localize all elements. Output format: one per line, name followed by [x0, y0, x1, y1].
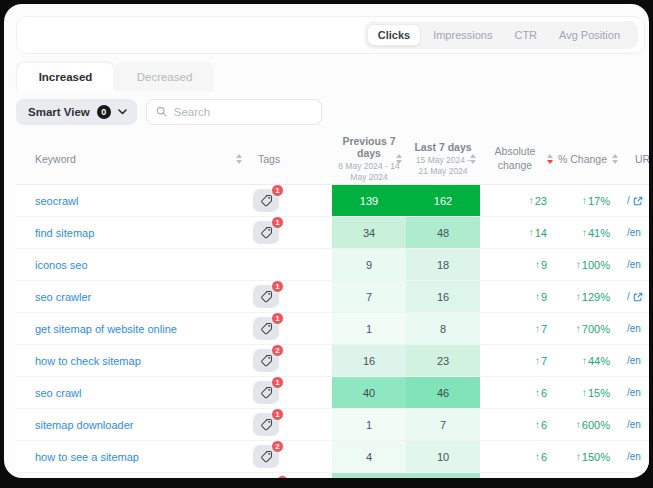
url-link[interactable]: /: [627, 195, 643, 206]
sort-icon-keyword[interactable]: [236, 154, 242, 164]
smart-view-label: Smart View: [28, 106, 90, 118]
tag-count-badge: 1: [271, 184, 284, 197]
tag-count-badge: 1: [271, 312, 284, 325]
prev-clicks-cell: 139: [332, 185, 406, 216]
tag-button[interactable]: 1: [253, 189, 279, 212]
tag-button[interactable]: 1: [253, 317, 279, 340]
sort-icon-last[interactable]: [470, 154, 476, 164]
view-tabs: Increased Decreased: [16, 62, 649, 91]
up-arrow-icon: ↑: [535, 387, 540, 398]
table-row: find sitemap 1 34 48 ↑14 ↑41% /en: [16, 217, 649, 249]
url-link[interactable]: /en: [627, 419, 641, 430]
url-link[interactable]: /en: [627, 227, 641, 238]
search-box: [146, 99, 322, 125]
tag-button[interactable]: 1: [253, 413, 279, 436]
url-link[interactable]: /en: [627, 323, 641, 334]
column-header-url: URL: [622, 133, 649, 184]
chevron-down-icon: [118, 109, 127, 115]
tab-decreased[interactable]: Decreased: [115, 62, 214, 91]
search-icon: [156, 106, 167, 117]
prev-clicks-cell: 9: [332, 249, 406, 280]
sort-icon-previous[interactable]: [396, 154, 402, 164]
keyword-link[interactable]: seo crawler: [35, 291, 91, 303]
search-input[interactable]: [174, 106, 312, 118]
up-arrow-icon: ↑: [535, 259, 540, 270]
tag-count-badge: 1: [271, 408, 284, 421]
smart-view-count-badge: 0: [97, 105, 111, 119]
up-arrow-icon: ↑: [582, 227, 587, 238]
table-row: iconos seo 9 18 ↑9 ↑100% /en: [16, 249, 649, 281]
keyword-link[interactable]: iconos seo: [35, 259, 88, 271]
keyword-link[interactable]: how to check sitemap: [35, 355, 141, 367]
prev-clicks-cell: 1: [332, 313, 406, 344]
up-arrow-icon: ↑: [576, 419, 581, 430]
absolute-change-cell: ↑23: [480, 185, 557, 216]
metric-tab-impressions[interactable]: Impressions: [423, 24, 502, 46]
tag-icon: [260, 322, 273, 335]
table-row: how to see a sitemap 2 4 10 ↑6 ↑150% /en: [16, 441, 649, 473]
up-arrow-icon: ↑: [576, 259, 581, 270]
table-row: sitemap downloader 1 1 7 ↑6 ↑600% /en: [16, 409, 649, 441]
tag-button[interactable]: 1: [253, 381, 279, 404]
keyword-link[interactable]: how to see a sitemap: [35, 451, 139, 463]
partial-next-row: [16, 473, 649, 478]
tag-count-badge: 2: [271, 344, 284, 357]
prev-clicks-cell: 16: [332, 345, 406, 376]
prev-clicks-cell: 40: [332, 377, 406, 408]
url-link[interactable]: /en: [627, 451, 641, 462]
pct-change-cell: ↑44%: [557, 345, 622, 376]
tag-icon: [260, 450, 273, 463]
tag-button[interactable]: 2: [253, 445, 279, 468]
pct-change-cell: ↑150%: [557, 441, 622, 472]
column-header-absolute-change: Absolute change: [480, 133, 557, 184]
keyword-link[interactable]: find sitemap: [35, 227, 94, 239]
sort-icon-absolute-change-active[interactable]: [547, 154, 553, 164]
keywords-table: Keyword Tags Previous 7 days 8 May 2024 …: [16, 133, 649, 478]
pct-change-cell: ↑129%: [557, 281, 622, 312]
external-link-icon: [633, 292, 643, 302]
prev-clicks-cell: 4: [332, 441, 406, 472]
up-arrow-icon: ↑: [529, 195, 534, 206]
keyword-link[interactable]: seocrawl: [35, 195, 78, 207]
url-link[interactable]: /: [627, 291, 643, 302]
pct-change-cell: ↑15%: [557, 377, 622, 408]
tag-icon: [260, 418, 273, 431]
prev-clicks-cell: 34: [332, 217, 406, 248]
tab-increased[interactable]: Increased: [16, 62, 115, 91]
up-arrow-icon: ↑: [576, 323, 581, 334]
tag-button[interactable]: 1: [253, 221, 279, 244]
up-arrow-icon: ↑: [535, 451, 540, 462]
metric-tab-clicks[interactable]: Clicks: [367, 24, 421, 46]
keyword-link[interactable]: get sitemap of website online: [35, 323, 177, 335]
tag-icon: [260, 386, 273, 399]
column-header-pct-change: % Change: [557, 133, 622, 184]
url-link[interactable]: /en: [627, 387, 641, 398]
tag-count-badge: 2: [271, 440, 284, 453]
tag-icon: [260, 290, 273, 303]
url-link[interactable]: /en: [627, 259, 641, 270]
top-bar: Clicks Impressions CTR Avg Position: [16, 16, 645, 54]
keyword-link[interactable]: seo crawl: [35, 387, 81, 399]
url-link[interactable]: /en: [627, 355, 641, 366]
last-clicks-cell: 23: [406, 345, 480, 376]
last-clicks-cell: 18: [406, 249, 480, 280]
tag-icon: [260, 226, 273, 239]
last-clicks-cell: 16: [406, 281, 480, 312]
last-clicks-cell: 10: [406, 441, 480, 472]
metric-tab-avg-position[interactable]: Avg Position: [549, 24, 630, 46]
up-arrow-icon: ↑: [576, 451, 581, 462]
tag-button[interactable]: 1: [253, 285, 279, 308]
column-header-last-7-days: Last 7 days 15 May 2024 - 21 May 2024: [406, 133, 480, 184]
tag-button[interactable]: 2: [253, 349, 279, 372]
keyword-link[interactable]: sitemap downloader: [35, 419, 133, 431]
smart-view-button[interactable]: Smart View 0: [16, 99, 137, 125]
sort-icon-pct-change[interactable]: [612, 154, 618, 164]
metric-tab-ctr[interactable]: CTR: [504, 24, 547, 46]
table-header-row: Keyword Tags Previous 7 days 8 May 2024 …: [16, 133, 649, 185]
absolute-change-cell: ↑9: [480, 281, 557, 312]
absolute-change-cell: ↑7: [480, 313, 557, 344]
table-row: seo crawl 1 40 46 ↑6 ↑15% /en: [16, 377, 649, 409]
up-arrow-icon: ↑: [529, 227, 534, 238]
prev-clicks-cell: 1: [332, 409, 406, 440]
up-arrow-icon: ↑: [535, 323, 540, 334]
